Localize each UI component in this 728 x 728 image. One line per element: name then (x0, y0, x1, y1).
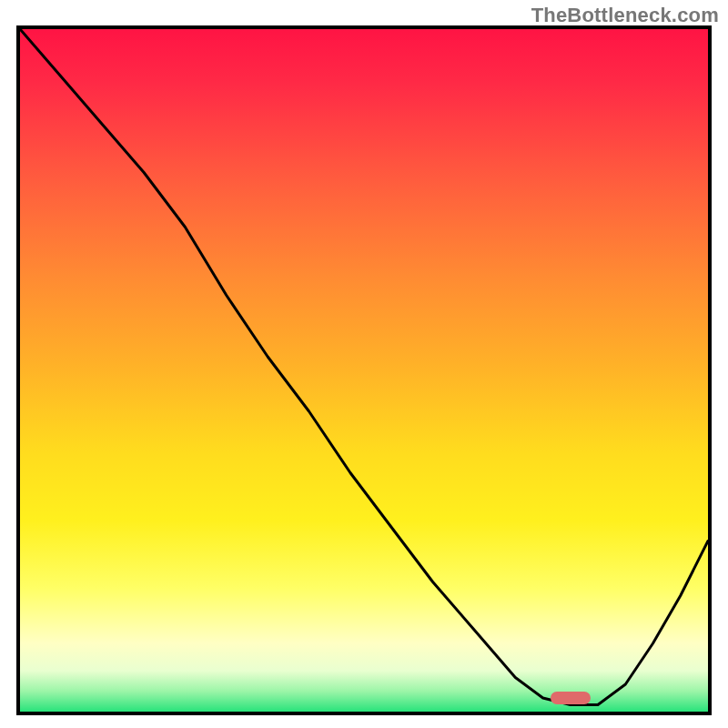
watermark-text: TheBottleneck.com (531, 4, 719, 27)
optimal-marker (551, 692, 591, 704)
chart-area (16, 25, 712, 715)
line-series (20, 29, 708, 712)
